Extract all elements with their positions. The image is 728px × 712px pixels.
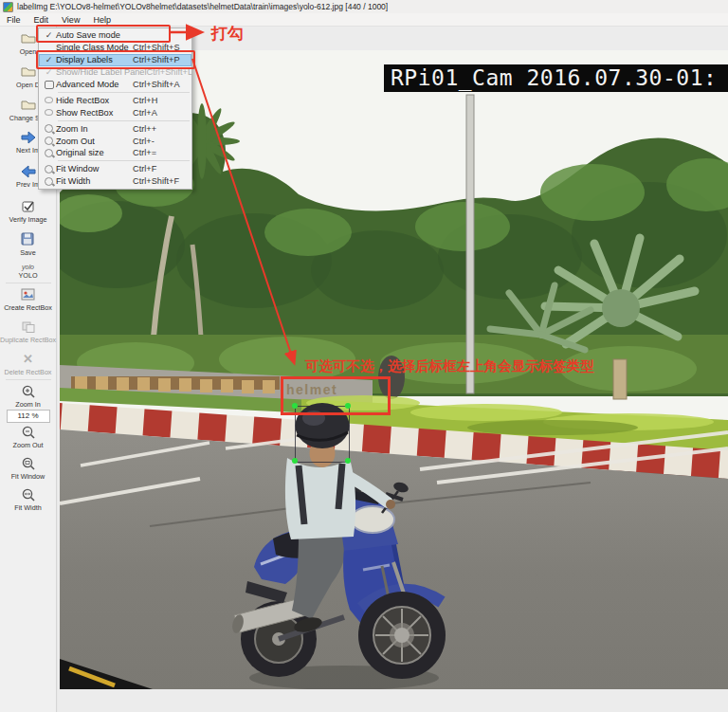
floppy-disk-icon	[21, 231, 35, 247]
fit-width-button[interactable]: Fit Width	[1, 486, 56, 512]
tip-note-text: 可选可不选，选择后标框左上角会显示标签类型	[305, 357, 594, 375]
title-bar: labelImg E:\YOLOv8-helmet\YOLOv8helmet\d…	[0, 0, 728, 13]
utility-pole	[466, 95, 474, 393]
advanced-mode-icon	[45, 81, 54, 89]
format-yolo-button[interactable]: yolo YOLO	[1, 264, 56, 280]
check-note-text: 打勾	[211, 23, 244, 45]
zoom-out-button[interactable]: Zoom Out	[1, 424, 56, 449]
copy-icon	[21, 319, 36, 335]
folder-icon	[20, 64, 37, 80]
delete-rectbox-button[interactable]: ✕ Delete RectBox	[1, 351, 56, 376]
checkbox-icon	[21, 198, 36, 214]
fit-window-button[interactable]: Fit Window	[1, 455, 56, 481]
menu-item-fit-window[interactable]: Fit Window Ctrl+F	[39, 163, 191, 175]
headlight	[351, 506, 394, 533]
bbox-handle-bottom-right[interactable]	[345, 458, 351, 464]
duplicate-rectbox-button[interactable]: Duplicate RectBox	[1, 319, 56, 344]
create-rectbox-button[interactable]: Create RectBox	[1, 286, 56, 312]
zoom-in-button[interactable]: Zoom In	[1, 383, 56, 409]
magnifier-icon	[45, 137, 53, 145]
folder-icon	[20, 97, 37, 113]
menu-file[interactable]: File	[0, 13, 27, 27]
divider	[6, 379, 51, 380]
menu-item-fit-width[interactable]: Fit Width Ctrl+Shift+F	[39, 175, 191, 188]
magnifier-icon	[45, 165, 53, 173]
folder-icon	[20, 30, 37, 46]
picture-icon	[21, 286, 36, 302]
x-icon: ✕	[23, 351, 33, 367]
menu-item-hide-rectbox[interactable]: Hide RectBox Ctrl+H	[39, 94, 191, 106]
menu-item-zoom-out[interactable]: Zoom Out Ctrl+-	[39, 135, 191, 147]
magnifier-width-icon	[21, 486, 36, 502]
highlight-box-display-labels	[36, 50, 195, 69]
arrow-right-icon	[20, 129, 37, 145]
bbox-handle-bottom-left[interactable]	[292, 458, 298, 464]
magnifier-icon	[45, 149, 53, 157]
arrow-left-icon	[20, 163, 37, 179]
save-button[interactable]: Save	[1, 231, 56, 257]
camera-timestamp-overlay: RPi01_Cam 2016.07.30-01:	[384, 64, 728, 92]
menu-item-show-rectbox[interactable]: Show RectBox Ctrl+A	[39, 106, 191, 119]
magnifier-plus-icon	[21, 383, 36, 399]
menu-item-original-size[interactable]: Original size Ctrl+=	[39, 147, 191, 159]
yolo-text-icon: yolo	[22, 264, 34, 270]
eye-icon	[45, 109, 53, 116]
eye-icon	[45, 97, 53, 103]
verify-image-button[interactable]: Verify Image	[1, 198, 56, 224]
menu-separator	[58, 160, 190, 161]
magnifier-icon	[45, 124, 53, 133]
tutorial-red-rectangle	[281, 376, 391, 415]
menu-separator	[58, 120, 190, 121]
magnifier-minus-icon	[21, 424, 36, 440]
app-icon	[3, 2, 13, 12]
window-title: labelImg E:\YOLOv8-helmet\YOLOv8helmet\d…	[17, 2, 388, 11]
menu-separator	[58, 92, 190, 93]
menu-item-zoom-in[interactable]: Zoom In Ctrl++	[39, 122, 191, 135]
magnifier-icon	[45, 177, 53, 186]
divider	[6, 283, 51, 283]
front-wheel	[358, 592, 446, 679]
zoom-level-value[interactable]: 112 %	[7, 410, 50, 423]
magnifier-fit-icon	[21, 455, 36, 471]
menu-item-advanced-mode[interactable]: Advanced Mode Ctrl+Shift+A	[39, 79, 191, 91]
highlight-box-auto-save	[36, 25, 171, 43]
